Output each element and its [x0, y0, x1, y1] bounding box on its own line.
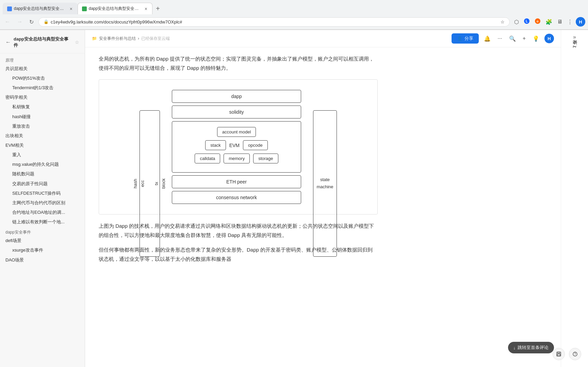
bulb-button[interactable]: 💡: [531, 34, 541, 44]
sidebar-item-7[interactable]: 重放攻击: [0, 122, 85, 131]
sidebar-item-19[interactable]: defi场景: [0, 236, 85, 245]
calldata-box: calldata: [195, 154, 220, 163]
dapp-box: dapp: [172, 90, 301, 103]
sidebar-item-17[interactable]: 链上难以有效判断一个地...: [0, 217, 85, 227]
svg-text:L: L: [526, 19, 528, 23]
tab-bar: dapp安全总结与典型安全事件 × dapp安全总结与典型安全事件 × +: [0, 0, 588, 14]
browser-chrome: dapp安全总结与典型安全事件 × dapp安全总结与典型安全事件 × + ← …: [0, 0, 588, 30]
bottom-help-button[interactable]: ?: [569, 348, 581, 360]
eth-peer-label: ETH peer: [226, 179, 247, 185]
svg-rect-1: [83, 7, 86, 11]
jump-to-comment-button[interactable]: ↓ 跳转至首条评论: [508, 342, 554, 353]
sidebar-item-15[interactable]: 主网代币与合约代币的区别: [0, 198, 85, 208]
tab-2-close[interactable]: ×: [144, 5, 148, 12]
sidebar-item-4[interactable]: 密码学相关: [0, 93, 85, 102]
more-button[interactable]: ···: [496, 34, 504, 43]
breadcrumb-parent[interactable]: 安全事件分析与总结: [99, 36, 136, 42]
tab-1-favicon: [7, 6, 12, 11]
eth-peer-box: ETH peer: [172, 175, 301, 188]
extensions-button[interactable]: ⬡: [512, 17, 521, 27]
intro-paragraph: 全局的状态机，为所有的 Dapp 提供了统一的状态空间；实现了图灵完备，并抽象出…: [99, 54, 378, 73]
svg-text:?: ?: [574, 352, 576, 356]
url-text: c1ey4wdv9g.larksuite.com/docs/docuszYpfr…: [51, 19, 499, 25]
bottom-save-button[interactable]: [553, 348, 565, 360]
evm-group: account model stack EVM opcode: [172, 121, 301, 173]
app-layout: ← dapp安全总结与典型安全事件 ☆ 原理共识层相关POW的51%攻击Tend…: [0, 30, 588, 367]
share-button[interactable]: 👤 分享: [452, 33, 479, 44]
sidebar-back-button[interactable]: ←: [5, 39, 11, 45]
left-side-box: hashecctxblock: [140, 110, 160, 257]
share-icon: 👤: [457, 36, 462, 41]
evm-row-3: calldata memory storage: [178, 154, 295, 163]
sidebar-star-icon[interactable]: ☆: [75, 39, 79, 45]
opcode-label: opcode: [248, 143, 263, 148]
reload-button[interactable]: ↻: [27, 17, 36, 27]
evm-row-2: stack EVM opcode: [178, 140, 295, 150]
solidity-box: solidity: [172, 106, 301, 118]
sidebar-item-0: 原理: [0, 56, 85, 64]
sidebar-item-10[interactable]: 重入: [0, 150, 85, 160]
consensus-network-box: consensus network: [172, 191, 301, 204]
sidebar-item-8[interactable]: 出块相关: [0, 131, 85, 141]
sidebar-item-16[interactable]: 合约地址与EOA地址的调...: [0, 208, 85, 217]
left-side-text: hashecctxblock: [132, 178, 167, 189]
user-avatar[interactable]: H: [544, 34, 554, 43]
url-bar[interactable]: 🔒 c1ey4wdv9g.larksuite.com/docs/docuszYp…: [38, 17, 510, 27]
breadcrumb-folder-icon: 📁: [92, 36, 97, 41]
solidity-label: solidity: [229, 109, 244, 115]
sidebar-item-5[interactable]: 私钥恢复: [0, 102, 85, 112]
svg-rect-8: [557, 354, 560, 356]
back-button[interactable]: ←: [3, 17, 12, 26]
memory-box: memory: [224, 154, 250, 163]
tab-2-title: dapp安全总结与典型安全事件: [89, 6, 142, 12]
sidebar-item-12[interactable]: 随机数问题: [0, 169, 85, 179]
sidebar-item-9[interactable]: EVM相关: [0, 141, 85, 150]
comment-panel: » 评论（7）: [561, 30, 588, 367]
profile-button[interactable]: H: [576, 17, 585, 27]
sidebar-item-14[interactable]: SELFDESTRUCT操作码: [0, 189, 85, 198]
sidebar-item-11[interactable]: msg.value的持久化问题: [0, 160, 85, 169]
account-model-box: account model: [217, 127, 256, 137]
lark-extension[interactable]: L: [522, 16, 532, 27]
calldata-label: calldata: [200, 156, 215, 161]
menu-button[interactable]: ⋮: [566, 17, 574, 27]
sidebar-item-1[interactable]: 共识层相关: [0, 64, 85, 74]
forward-button[interactable]: →: [15, 17, 24, 26]
jump-label: 跳转至首条评论: [518, 345, 549, 351]
evm-center-label: EVM: [229, 143, 240, 148]
sidebar-item-20[interactable]: xsurge攻击事件: [0, 245, 85, 255]
stack-box: stack: [205, 140, 226, 150]
diagram-container: hashecctxblock statemachine dapp: [99, 79, 378, 214]
tab-1[interactable]: dapp安全总结与典型安全事件 ×: [3, 3, 78, 14]
toolbar-icons: ⬡ L ⊕ 🧩 🖥 ⋮ H: [512, 16, 585, 27]
content-body: 全局的状态机，为所有的 Dapp 提供了统一的状态空间；实现了图灵完备，并抽象出…: [85, 47, 391, 367]
stack-label: stack: [210, 143, 220, 148]
tab-2-favicon: [82, 6, 87, 11]
bookmark-icon[interactable]: ☆: [501, 19, 505, 25]
sidebar-item-3[interactable]: Tendermint的1/3攻击: [0, 83, 85, 93]
breadcrumb-save-status: 已经保存至云端: [141, 36, 170, 42]
evm-row-1: account model: [178, 127, 295, 137]
diagram-inner: hashecctxblock statemachine dapp: [140, 90, 337, 204]
sidebar-doc-title: dapp安全总结与典型安全事件: [14, 36, 71, 48]
puzzle-extension[interactable]: 🧩: [544, 17, 554, 27]
sidebar-items-container: 原理共识层相关POW的51%攻击Tendermint的1/3攻击密码学相关私钥恢…: [0, 55, 85, 265]
bell-button[interactable]: 🔔: [482, 34, 492, 44]
monitor-extension[interactable]: 🖥: [555, 17, 564, 27]
sidebar-item-21[interactable]: DAO场景: [0, 255, 85, 265]
sidebar-item-13[interactable]: 交易的原子性问题: [0, 179, 85, 189]
tab-1-close[interactable]: ×: [69, 5, 73, 12]
tab-1-title: dapp安全总结与典型安全事件: [14, 6, 67, 12]
add-button[interactable]: +: [521, 34, 527, 43]
collapse-panel-button[interactable]: »: [573, 34, 576, 40]
svg-rect-7: [558, 352, 560, 353]
octopus-extension[interactable]: ⊕: [533, 16, 542, 27]
tab-2[interactable]: dapp安全总结与典型安全事件 ×: [78, 3, 152, 14]
dapp-label: dapp: [231, 94, 242, 99]
search-button[interactable]: 🔍: [507, 34, 518, 44]
new-tab-button[interactable]: +: [154, 5, 162, 13]
storage-label: storage: [258, 156, 273, 161]
sidebar-item-6[interactable]: hash碰撞: [0, 112, 85, 122]
right-side-box: statemachine: [313, 110, 337, 257]
sidebar-item-2[interactable]: POW的51%攻击: [0, 74, 85, 83]
